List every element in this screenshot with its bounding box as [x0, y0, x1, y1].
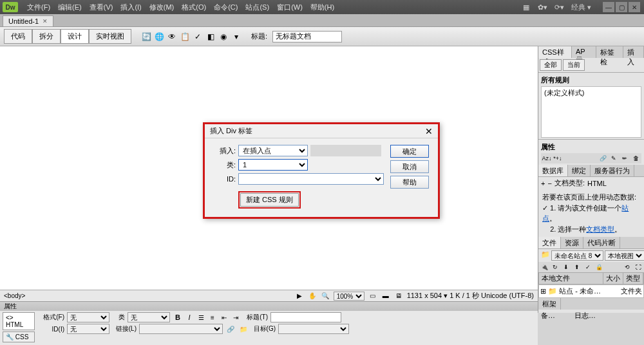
extension-icon[interactable]: ✿▾ [538, 2, 548, 12]
sync-icon[interactable]: ⟳▾ [554, 2, 565, 12]
class-select-props[interactable]: 无 [128, 312, 170, 322]
menu-commands[interactable]: 命令(C) [210, 3, 242, 12]
dialog-close-icon[interactable]: ✕ [425, 126, 433, 136]
col-type[interactable]: 类型 [623, 273, 643, 284]
tab-server-behaviors[interactable]: 服务器行为 [591, 165, 634, 176]
layout-icon[interactable]: ▦ [521, 2, 531, 12]
browse-folder-icon[interactable]: 📁 [238, 324, 249, 334]
toolbar-icon-4[interactable]: 📋 [179, 31, 191, 42]
window-maximize[interactable]: ▢ [616, 2, 627, 12]
properties-panel-header[interactable]: 属性 [0, 302, 538, 311]
document-tab[interactable]: Untitled-1 ✕ [3, 15, 53, 26]
tab-files[interactable]: 文件 [538, 237, 561, 248]
ok-button[interactable]: 确定 [390, 145, 429, 158]
format-select[interactable]: 无 [67, 312, 109, 322]
menu-view[interactable]: 查看(V) [86, 3, 117, 12]
zoom-select[interactable]: 100% [334, 292, 365, 301]
toolbar-icon-2[interactable]: 🌐 [153, 31, 165, 42]
get-icon[interactable]: ⬇ [561, 263, 571, 272]
link-chain-icon[interactable]: 🔗 [225, 324, 236, 334]
toolbar-icon-3[interactable]: 👁 [166, 31, 178, 42]
edit-icon[interactable]: ✏ [620, 154, 630, 163]
menu-site[interactable]: 站点(S) [242, 3, 273, 12]
screen-icon-2[interactable]: ▬ [381, 292, 390, 301]
new-css-rule-button[interactable]: 新建 CSS 规则 [240, 193, 299, 207]
ol-icon[interactable]: ≡ [207, 312, 218, 322]
indent-icon[interactable]: ⇥ [231, 312, 241, 322]
category-icon[interactable]: *+↓ [553, 154, 563, 163]
attach-icon[interactable]: 🔗 [598, 154, 608, 163]
tab-bindings[interactable]: 绑定 [568, 165, 591, 176]
css-rules-list[interactable]: (未定义样式) [541, 86, 641, 138]
props-css-tab[interactable]: 🔧 CSS [3, 331, 35, 342]
css-all-button[interactable]: 全部 [540, 59, 562, 71]
pointer-tool-icon[interactable]: ▶ [295, 292, 304, 301]
menu-format[interactable]: 格式(O) [178, 3, 210, 12]
expand-icon[interactable]: ⛶ [633, 263, 643, 272]
new-rule-icon[interactable]: ✎ [609, 154, 619, 163]
log-link[interactable]: 日志… [574, 311, 596, 321]
tab-assets[interactable]: 资源 [561, 237, 583, 248]
props-id-select[interactable]: 无 [67, 324, 109, 334]
insert-position-select[interactable]: 在插入点 [238, 145, 308, 156]
site-select[interactable]: 未命名站点 8 [551, 250, 603, 261]
tab-database[interactable]: 数据库 [538, 165, 568, 176]
tab-close-icon[interactable]: ✕ [43, 18, 48, 24]
id-select[interactable] [238, 173, 384, 185]
link-select[interactable] [139, 324, 223, 334]
menu-window[interactable]: 窗口(W) [273, 3, 307, 12]
tab-frames[interactable]: 框架 [538, 298, 561, 310]
put-icon[interactable]: ⬆ [572, 263, 582, 272]
italic-icon[interactable]: I [184, 312, 194, 322]
window-minimize[interactable]: — [603, 2, 614, 12]
outdent-icon[interactable]: ⇤ [219, 312, 229, 322]
ul-icon[interactable]: ☰ [196, 312, 206, 322]
menu-edit[interactable]: 编辑(E) [54, 3, 86, 12]
connect-icon[interactable]: 🔌 [539, 263, 549, 272]
toolbar-icon-6[interactable]: ◧ [205, 31, 216, 42]
bold-icon[interactable]: B [173, 312, 183, 322]
menu-file[interactable]: 文件(F) [23, 3, 54, 12]
checkout-icon[interactable]: ✓ [583, 263, 593, 272]
backup-link[interactable]: 备… [541, 311, 555, 321]
toolbar-icon-7[interactable]: ◉ [218, 31, 229, 42]
view-split-button[interactable]: 拆分 [32, 29, 61, 44]
menu-modify[interactable]: 修改(M) [146, 3, 178, 12]
checkin-icon[interactable]: 🔒 [594, 263, 604, 272]
tab-insert[interactable]: 插入 [623, 46, 644, 58]
view-code-button[interactable]: 代码 [4, 29, 32, 44]
file-list[interactable]: ⊞ 📁 站点 - 未命… 文件夹 [538, 284, 644, 298]
zoom-tool-icon[interactable]: 🔍 [321, 292, 330, 301]
window-close[interactable]: ✕ [629, 2, 640, 12]
col-local-files[interactable]: 本地文件 [539, 273, 603, 284]
plus-icon[interactable]: + [541, 180, 545, 187]
toolbar-icon-5[interactable]: ✓ [192, 31, 204, 42]
insert-secondary-select[interactable] [310, 145, 381, 156]
help-button[interactable]: 帮助 [390, 176, 429, 189]
minus-icon[interactable]: − [547, 180, 551, 187]
doctype-link[interactable]: 文档类型 [586, 225, 614, 233]
refresh-icon[interactable]: ↻ [550, 263, 560, 272]
col-size[interactable]: 大小 [603, 273, 623, 284]
toolbar-icon-1[interactable]: 🔄 [140, 31, 152, 42]
hand-tool-icon[interactable]: ✋ [308, 292, 317, 301]
class-select[interactable]: 1 [238, 159, 308, 171]
cancel-button[interactable]: 取消 [390, 160, 429, 173]
tab-snippets[interactable]: 代码片断 [583, 237, 620, 248]
trash-icon[interactable]: 🗑 [630, 154, 641, 163]
tab-ap-elements[interactable]: AP 元 [572, 46, 596, 58]
view-design-button[interactable]: 设计 [61, 29, 89, 44]
view-live-button[interactable]: 实时视图 [89, 29, 131, 44]
sync2-icon[interactable]: ⟲ [622, 263, 632, 272]
menu-help[interactable]: 帮助(H) [307, 3, 338, 12]
page-title-input[interactable] [272, 31, 342, 42]
css-current-button[interactable]: 当前 [563, 59, 585, 71]
screen-icon-1[interactable]: ▭ [368, 292, 377, 301]
props-html-tab[interactable]: <> HTML [3, 312, 35, 330]
toolbar-icon-8[interactable]: ▾ [231, 31, 242, 42]
props-title-input[interactable] [270, 312, 341, 322]
view-select[interactable]: 本地视图 [605, 250, 644, 261]
layout-mode[interactable]: 经典 ▾ [571, 3, 591, 12]
menu-insert[interactable]: 插入(I) [117, 3, 145, 12]
tag-selector[interactable]: <body> [4, 292, 25, 299]
